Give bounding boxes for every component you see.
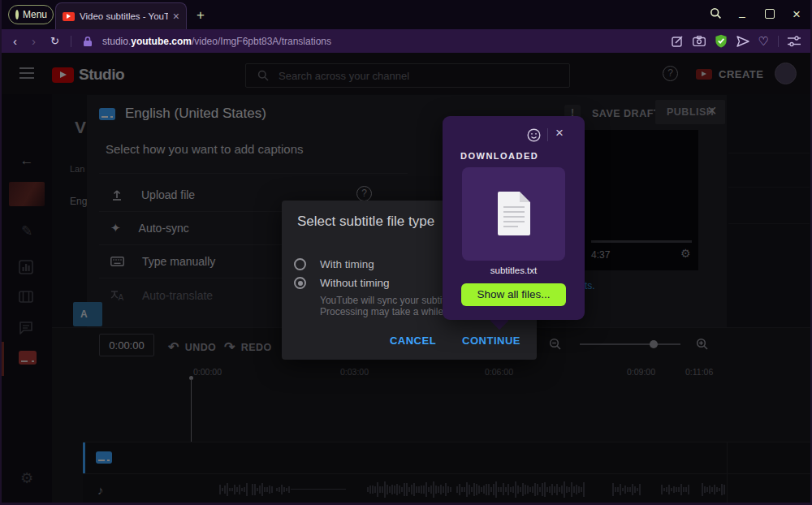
download-status: DOWNLOADED — [460, 151, 538, 161]
maximize-button[interactable] — [765, 9, 775, 19]
url-text[interactable]: studio.youtube.com/video/ImgF6pbt83A/tra… — [102, 36, 331, 47]
download-popup: × DOWNLOADED subtitles.txt Show all file… — [443, 116, 585, 320]
divider — [547, 128, 548, 141]
tab-bar: Menu Video subtitles - YouTube S × + – × — [2, 0, 810, 29]
modal-title: Select subtitle file type — [297, 214, 434, 230]
camera-icon[interactable] — [693, 36, 706, 46]
file-preview-tile[interactable] — [462, 167, 565, 261]
radio-without-timing[interactable]: Without timing — [294, 277, 390, 289]
browser-window: Menu Video subtitles - YouTube S × + – ×… — [0, 0, 812, 505]
popup-close-icon[interactable]: × — [555, 125, 564, 141]
easy-setup-sliders-icon[interactable] — [788, 36, 801, 47]
cancel-button[interactable]: CANCEL — [390, 335, 436, 347]
browser-tab[interactable]: Video subtitles - YouTube S × — [55, 2, 187, 29]
download-filename[interactable]: subtitles.txt — [443, 265, 585, 275]
radio-icon — [294, 258, 306, 270]
opera-menu-button[interactable]: Menu — [8, 5, 54, 24]
radio-with-timing[interactable]: With timing — [294, 258, 374, 270]
smiley-feedback-icon[interactable] — [527, 128, 541, 142]
continue-button[interactable]: CONTINUE — [462, 335, 520, 347]
shield-secure-icon[interactable] — [715, 34, 728, 48]
window-close-button[interactable]: × — [793, 6, 801, 23]
youtube-favicon-icon — [63, 12, 75, 21]
radio-selected-icon — [294, 277, 306, 289]
forward-button[interactable]: › — [32, 34, 36, 48]
tab-title: Video subtitles - YouTube S — [80, 11, 168, 21]
menu-label: Menu — [23, 9, 47, 20]
snapshot-edit-icon[interactable] — [672, 35, 684, 47]
address-bar: ‹ › ↻ studio.youtube.com/video/ImgF6pbt8… — [2, 29, 810, 53]
opera-logo-icon — [15, 10, 19, 19]
document-icon — [498, 192, 530, 235]
lock-icon — [83, 36, 93, 47]
reload-button[interactable]: ↻ — [50, 35, 59, 47]
show-all-files-button[interactable]: Show all files... — [461, 283, 566, 306]
divider — [71, 36, 71, 47]
divider — [778, 36, 779, 47]
heart-bookmark-icon[interactable]: ♡ — [758, 34, 769, 49]
new-tab-button[interactable]: + — [197, 7, 205, 24]
minimize-button[interactable]: – — [739, 10, 745, 23]
chrome-search-icon[interactable] — [710, 7, 722, 19]
back-button[interactable]: ‹ — [13, 34, 17, 48]
tab-close-icon[interactable]: × — [173, 10, 179, 23]
send-to-flow-icon[interactable] — [736, 36, 749, 47]
